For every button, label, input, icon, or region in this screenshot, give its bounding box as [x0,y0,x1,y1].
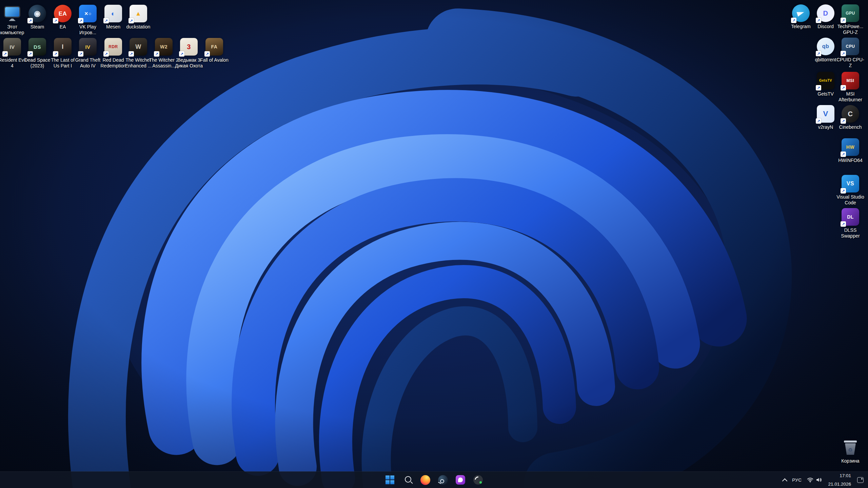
shortcut-arrow-overlay: ↗ [841,18,846,23]
desktop-icon-msi-afterburner[interactable]: MSI↗MSI Afterburner [835,72,866,102]
shortcut-arrow-overlay: ↗ [53,18,58,23]
dlss-swapper-icon: DL↗ [842,208,859,226]
icon-glyph: ✕○ [84,11,91,16]
desktop-icon-hwinfo64[interactable]: HW↗HWiNFO64 [835,138,866,163]
desktop-icon-fall-of-avalon[interactable]: FA↗Fall of Avalon [199,38,230,63]
desktop-icon-label: Telegram [791,24,811,29]
vscode-icon: VS↗ [842,175,859,192]
desktop-icon-label: Mesen [106,24,120,30]
chat-app-icon [456,475,465,485]
icon-glyph: MSI [847,79,854,83]
icon-glyph: DL [847,215,854,219]
shortcut-arrow-overlay: ↗ [27,18,33,23]
icon-glyph: VS [847,181,854,186]
dead-space-cover-icon: DS↗ [28,38,46,56]
desktop-icon-label: qbittorrent [815,57,836,63]
last-of-us-cover-icon: I↗ [54,38,72,56]
icon-glyph: I [62,44,64,50]
desktop-icon-cinebench[interactable]: C↗Cinebench [835,105,866,130]
icon-glyph: ♻ [848,447,853,452]
gta-iv-cover-icon: IV↗ [79,38,97,56]
desktop-icon-recycle-bin[interactable]: ♻Корзина [835,439,866,464]
tray-hidden-icons-button[interactable] [781,473,789,487]
qbittorrent-icon: qb↗ [817,38,834,55]
shortcut-arrow-overlay: ↗ [154,51,159,57]
chevron-up-icon [782,478,788,484]
red-dead-redemption-cover-icon: RDR↗ [104,38,122,56]
mesen-icon: ◐↗ [104,5,122,22]
this-pc-icon [3,5,21,22]
taskbar-center-group [382,472,486,488]
desktop-icon-vscode[interactable]: VS↗Visual Studio Code [835,175,866,205]
desktop-icon-dlss-swapper[interactable]: DL↗DLSS Swapper [835,208,866,239]
taskbar-steam-button[interactable] [435,473,450,487]
cinebench-icon: C↗ [842,105,859,123]
desktop-icon-cpu-z[interactable]: CPU↗CPUID CPU-Z [835,38,866,68]
shortcut-arrow-overlay: ↗ [841,151,846,157]
recycle-bin-icon: ♻ [842,439,859,456]
icon-glyph: D [823,10,828,17]
notification-icon [857,477,864,483]
icon-glyph: qb [822,44,829,49]
desktop-icon-label: DLSS Swapper [835,227,865,239]
discord-icon: D↗ [817,4,834,22]
tray-time: 17:01 [840,473,851,479]
shortcut-arrow-overlay: ↗ [816,51,821,56]
notification-center-button[interactable] [855,473,866,487]
witcher-3-cover-icon: 3↗ [180,38,198,56]
shortcut-arrow-overlay: ↗ [78,51,83,57]
shortcut-arrow-overlay: ↗ [841,85,846,90]
network-volume-button[interactable] [805,473,824,487]
shortcut-arrow-overlay: ↗ [103,51,109,57]
taskbar-firefox-button[interactable] [418,473,433,487]
msi-afterburner-icon: MSI↗ [842,72,859,89]
taskbar-vpn-app-button[interactable] [471,473,486,487]
desktop-icon-label: Visual Studio Code [835,194,865,205]
system-tray: РУС 17:01 21.01.2026 [781,472,866,488]
desktop-icon-duckstation[interactable]: ▲↗duckstation [123,5,154,30]
desktop-icon-label: Discord [817,24,833,29]
gpu-z-icon: GPU↗ [842,4,859,22]
shortcut-arrow-overlay: ↗ [53,51,58,57]
shortcut-arrow-overlay: ↗ [103,18,109,23]
icon-glyph: ◐ [111,10,116,17]
search-button[interactable] [400,473,415,487]
shortcut-arrow-overlay: ↗ [841,51,846,56]
language-indicator[interactable]: РУС [790,473,804,487]
clock[interactable]: 17:01 21.01.2026 [825,473,854,487]
icon-glyph: W [135,44,141,50]
telegram-icon: ↗ [792,4,810,22]
tray-date: 21.01.2026 [828,481,851,487]
icon-glyph: FA [211,44,218,49]
shortcut-arrow-overlay: ↗ [129,51,134,57]
hwinfo64-icon: HW↗ [842,138,859,156]
desktop[interactable]: Этот компьютер◉↗SteamEA↗EA✕○↗VK Play Игр… [0,0,868,488]
shortcut-arrow-overlay: ↗ [129,18,134,23]
start-button[interactable] [382,473,397,487]
shortcut-arrow-overlay: ↗ [179,51,184,57]
desktop-icon-gpu-z[interactable]: GPU↗TechPowe... GPU-Z [835,4,866,35]
desktop-icon-label: TechPowe... GPU-Z [835,24,865,35]
icon-glyph: IV [85,44,90,49]
vpn-app-icon [473,475,483,485]
icon-glyph: GPU [846,11,855,15]
icon-glyph: ◉ [34,10,41,17]
firefox-icon [420,475,430,485]
ea-icon: EA↗ [54,5,72,22]
shortcut-arrow-overlay: ↗ [841,221,846,227]
steam-icon [438,475,448,485]
taskbar-chat-app-button[interactable] [453,473,468,487]
shortcut-arrow-overlay: ↗ [78,18,83,23]
icon-glyph: CPU [846,44,855,48]
wifi-icon [807,477,813,483]
windows-start-icon [386,475,394,484]
icon-glyph: HW [846,145,854,149]
shortcut-arrow-overlay: ↗ [791,18,796,23]
desktop-icon-label: GetsTV [817,91,833,97]
duckstation-icon: ▲↗ [130,5,147,22]
desktop-icon-label: MSI Afterburner [835,91,865,102]
search-icon [405,476,411,483]
shortcut-arrow-overlay: ↗ [816,85,821,90]
v2rayn-icon: V↗ [817,105,834,123]
cpu-z-icon: CPU↗ [842,38,859,55]
